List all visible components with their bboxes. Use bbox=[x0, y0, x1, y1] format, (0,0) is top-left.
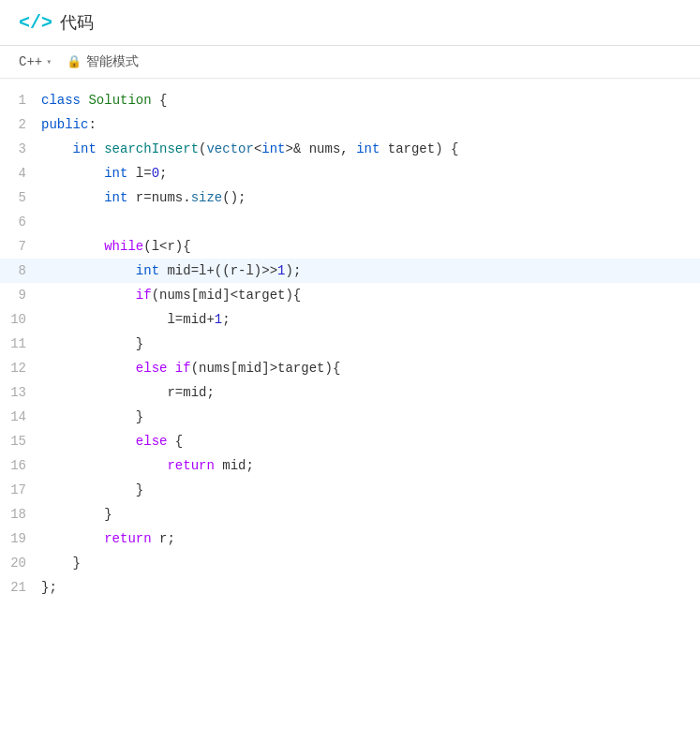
line-content: l=mid+1; bbox=[37, 307, 700, 332]
line-number: 12 bbox=[0, 356, 37, 380]
code-line: 5 int r=nums.size(); bbox=[0, 185, 700, 210]
line-content: int r=nums.size(); bbox=[37, 185, 700, 210]
line-content: if(nums[mid]<target){ bbox=[37, 283, 700, 307]
language-label: C++ bbox=[19, 54, 42, 69]
line-content: return r; bbox=[37, 526, 700, 551]
line-content: return mid; bbox=[37, 453, 700, 478]
line-number: 17 bbox=[0, 478, 37, 502]
line-number: 2 bbox=[0, 112, 37, 137]
line-number: 1 bbox=[0, 88, 37, 112]
code-line: 19 return r; bbox=[0, 526, 700, 551]
line-content: } bbox=[37, 502, 700, 526]
line-content: } bbox=[37, 478, 700, 502]
line-content: class Solution { bbox=[37, 88, 700, 112]
line-content: int l=0; bbox=[37, 161, 700, 185]
code-line: 4 int l=0; bbox=[0, 161, 700, 185]
chevron-down-icon: ▾ bbox=[46, 56, 52, 67]
code-line: 21}; bbox=[0, 575, 700, 600]
code-line: 6 bbox=[0, 210, 700, 234]
code-line: 18 } bbox=[0, 502, 700, 526]
line-number: 11 bbox=[0, 332, 37, 356]
code-line: 20 } bbox=[0, 551, 700, 575]
code-line: 11 } bbox=[0, 332, 700, 356]
line-number: 14 bbox=[0, 405, 37, 429]
code-line: 15 else { bbox=[0, 429, 700, 453]
line-content: public: bbox=[37, 112, 700, 137]
line-number: 16 bbox=[0, 453, 37, 478]
line-content: int mid=l+((r-l)>>1); bbox=[37, 259, 700, 283]
line-number: 21 bbox=[0, 575, 37, 600]
smart-mode-toggle[interactable]: 🔒 智能模式 bbox=[67, 53, 139, 70]
code-line: 8 int mid=l+((r-l)>>1); bbox=[0, 259, 700, 283]
code-line: 12 else if(nums[mid]>target){ bbox=[0, 356, 700, 380]
smart-mode-label: 智能模式 bbox=[86, 53, 139, 70]
line-number: 18 bbox=[0, 502, 37, 526]
code-line: 10 l=mid+1; bbox=[0, 307, 700, 332]
line-number: 10 bbox=[0, 307, 37, 332]
language-selector[interactable]: C++ ▾ bbox=[19, 54, 52, 69]
line-content: } bbox=[37, 405, 700, 429]
line-content: }; bbox=[37, 575, 700, 600]
line-number: 20 bbox=[0, 551, 37, 575]
line-number: 7 bbox=[0, 234, 37, 259]
code-line: 9 if(nums[mid]<target){ bbox=[0, 283, 700, 307]
line-number: 8 bbox=[0, 259, 37, 283]
line-number: 3 bbox=[0, 137, 37, 161]
line-content: while(l<r){ bbox=[37, 234, 700, 259]
line-number: 9 bbox=[0, 283, 37, 307]
code-line: 2public: bbox=[0, 112, 700, 137]
line-number: 15 bbox=[0, 429, 37, 453]
code-line: 17 } bbox=[0, 478, 700, 502]
header-title: 代码 bbox=[60, 11, 94, 34]
line-number: 19 bbox=[0, 526, 37, 551]
toolbar: C++ ▾ 🔒 智能模式 bbox=[0, 46, 700, 79]
line-content: int searchInsert(vector<int>& nums, int … bbox=[37, 137, 700, 161]
line-number: 5 bbox=[0, 185, 37, 210]
code-line: 13 r=mid; bbox=[0, 380, 700, 405]
code-editor: 1class Solution {2public:3 int searchIns… bbox=[0, 79, 700, 609]
code-line: 1class Solution { bbox=[0, 88, 700, 112]
header: </> 代码 bbox=[0, 0, 700, 46]
code-line: 7 while(l<r){ bbox=[0, 234, 700, 259]
line-content: } bbox=[37, 332, 700, 356]
line-number: 6 bbox=[0, 210, 37, 234]
line-content: } bbox=[37, 551, 700, 575]
line-content: r=mid; bbox=[37, 380, 700, 405]
line-content: else if(nums[mid]>target){ bbox=[37, 356, 700, 380]
lock-icon: 🔒 bbox=[67, 54, 82, 69]
code-line: 14 } bbox=[0, 405, 700, 429]
line-number: 13 bbox=[0, 380, 37, 405]
line-content: else { bbox=[37, 429, 700, 453]
code-line: 16 return mid; bbox=[0, 453, 700, 478]
code-line: 3 int searchInsert(vector<int>& nums, in… bbox=[0, 137, 700, 161]
line-number: 4 bbox=[0, 161, 37, 185]
code-icon: </> bbox=[19, 12, 52, 34]
